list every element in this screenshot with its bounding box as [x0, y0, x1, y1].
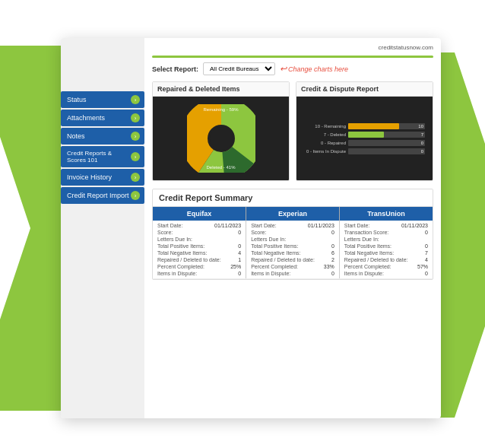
arrow-curve-icon: ↩: [280, 64, 287, 74]
arrow-icon: ›: [131, 95, 140, 104]
bar-row-repaired: 0 - Repaired 0: [304, 140, 425, 146]
top-bar: creditstatusnow.com: [152, 44, 433, 51]
arrow-icon: ›: [131, 132, 140, 141]
th-experian: Experian: [246, 207, 340, 221]
pie-deleted-label: Deleted - 41%: [206, 165, 235, 170]
bar-fill-deleted: [348, 132, 384, 138]
equifax-score-label: Score:: [157, 230, 173, 235]
bar-track-repaired: 0: [348, 140, 425, 146]
site-url: creditstatusnow.com: [379, 44, 433, 51]
bar-row-deleted: 7 - Deleted 7: [304, 132, 425, 138]
arrow-icon: ›: [131, 113, 140, 122]
bar-row-remaining: 10 - Remaining 10: [304, 123, 425, 129]
bar-label-dispute: 0 - Items In Dispute: [304, 149, 346, 154]
select-report-row: Select Report: All Credit Bureaus ↩ Chan…: [152, 62, 433, 75]
credit-report-summary: Credit Report Summary Equifax Experian T…: [152, 189, 433, 280]
pie-chart: Remaining - 59% Deleted - 41%: [187, 104, 255, 173]
summary-title: Credit Report Summary: [153, 189, 433, 207]
sidebar-item-status[interactable]: Status ›: [61, 91, 144, 108]
change-charts-label: ↩ Change charts here: [280, 64, 348, 74]
bar-chart-card: Credit & Dispute Report 10 - Remaining 1…: [296, 81, 433, 181]
report-dropdown[interactable]: All Credit Bureaus: [203, 62, 275, 75]
bar-track-remaining: 10: [348, 123, 425, 129]
sidebar-item-credit-report-import[interactable]: Credit Report Import ›: [61, 187, 144, 204]
bar-chart-title: Credit & Dispute Report: [296, 82, 433, 97]
sidebar-item-attachments[interactable]: Attachments ›: [61, 110, 144, 126]
select-report-label: Select Report:: [152, 65, 198, 73]
pie-chart-title: Repaired & Deleted Items: [153, 82, 289, 97]
bar-label-remaining: 10 - Remaining: [304, 124, 346, 129]
main-card: Status › Attachments › Notes › Credit Re…: [61, 38, 441, 418]
bar-val-deleted: 7: [421, 132, 423, 138]
arrow-icon: ›: [131, 173, 140, 182]
bar-row-dispute: 0 - Items In Dispute 0: [304, 148, 425, 154]
sidebar-item-invoice-history[interactable]: Invoice History ›: [61, 169, 144, 186]
th-equifax: Equifax: [153, 207, 246, 221]
bar-chart-body: 10 - Remaining 10 7 - Deleted 7: [296, 97, 433, 180]
equifax-data: Start Date:01/11/2023 Score:0 Letters Du…: [153, 221, 246, 279]
charts-section: Repaired & Deleted Items Remaining -: [152, 81, 433, 181]
bar-val-repaired: 0: [421, 140, 423, 146]
pie-chart-body: Remaining - 59% Deleted - 41%: [153, 97, 289, 180]
pie-svg: [187, 104, 255, 173]
summary-table: Equifax Experian TransUnion Start Date:0…: [153, 207, 433, 279]
sidebar-item-notes[interactable]: Notes ›: [61, 128, 144, 145]
arrow-icon: ›: [131, 152, 140, 161]
transunion-score-label: Transaction Score:: [344, 230, 389, 235]
bar-val-remaining: 10: [418, 123, 423, 129]
arrow-icon: ›: [131, 191, 140, 200]
bar-chart-container: 10 - Remaining 10 7 - Deleted 7: [301, 101, 428, 176]
pie-remaining-label: Remaining - 59%: [203, 107, 238, 112]
pie-chart-card: Repaired & Deleted Items Remaining -: [152, 81, 290, 181]
sidebar: Status › Attachments › Notes › Credit Re…: [61, 38, 144, 418]
sidebar-item-credit-reports[interactable]: Credit Reports & Scores 101 ›: [61, 146, 144, 167]
transunion-data: Start Date:01/11/2023 Transaction Score:…: [339, 221, 433, 279]
green-accent-line: [152, 56, 433, 58]
bar-fill-remaining: [348, 123, 399, 129]
bar-track-deleted: 7: [348, 132, 425, 138]
bar-val-dispute: 0: [421, 148, 423, 154]
bar-label-repaired: 0 - Repaired: [304, 141, 346, 145]
svg-point-3: [210, 127, 233, 150]
bar-label-deleted: 7 - Deleted: [304, 132, 346, 137]
bar-track-dispute: 0: [348, 148, 425, 154]
main-content: creditstatusnow.com Select Report: All C…: [144, 38, 441, 418]
experian-data: Start Date:01/11/2023 Score:0 Letters Du…: [246, 221, 340, 279]
table-row: Start Date:01/11/2023 Score:0 Letters Du…: [153, 221, 433, 279]
th-transunion: TransUnion: [339, 207, 433, 221]
